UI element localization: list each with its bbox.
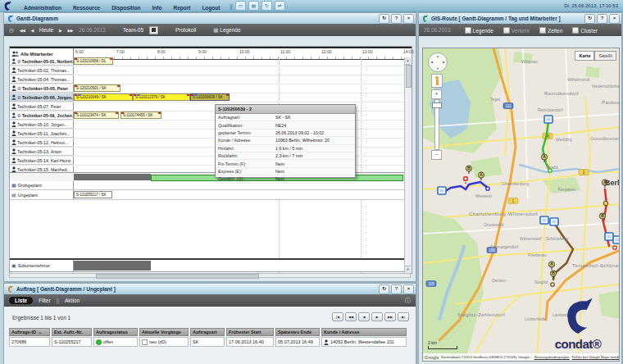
resource-name-cell[interactable]: Techniker-05-11, Joachim... [10,130,74,138]
cell-fruehester-start[interactable]: 17.06.2013 16:40 [226,337,274,347]
today-button[interactable]: Heute [39,27,53,33]
scroll-down-icon[interactable]: ▼ [405,266,411,273]
gantt-bar[interactable]: S-110174455 / SK [121,111,161,119]
close-icon[interactable]: × [403,14,414,24]
transfer-icon[interactable]: ⇄ [275,1,285,11]
help-icon[interactable]: ? [391,14,402,24]
pan-left-icon[interactable]: ◀ [430,60,433,64]
zoom-in-button[interactable]: + [431,89,442,99]
menu-ressource[interactable]: Ressource [73,5,100,11]
resource-name-cell[interactable]: ⚙Techniker-05-05, Peter [10,84,74,93]
gantt-row[interactable]: ⚙Techniker-05-01, Norbert...S-120210658 … [10,57,405,66]
refresh-icon[interactable]: ↻ [379,14,389,24]
cell-aktuelle-vorgaenge[interactable]: neu (zD) [139,337,189,347]
protokoll-button[interactable]: Protokoll [175,27,196,33]
resource-name-cell[interactable]: Techniker-05-14, Karl-Heinz... [10,157,74,165]
pan-up-icon[interactable]: ▲ [436,54,439,58]
column-header[interactable]: Auftragsart [190,328,225,336]
legende-toggle[interactable]: ▦ Legende [213,27,240,34]
info-icon[interactable]: ⓘ [405,297,411,305]
resource-name-cell[interactable]: Techniker-05-07, Peter [10,102,74,111]
unplanned-order-bar[interactable]: S-110255217 / SK [74,191,112,198]
menu-info[interactable]: Info [152,5,162,11]
fast-prev-button[interactable]: ◀◀ [20,28,25,33]
map-option-legende[interactable]: Legende [465,27,493,34]
team-dropdown[interactable] [149,26,158,34]
pegman-control[interactable] [431,74,443,88]
refresh-icon[interactable]: ↻ [379,284,389,294]
terms-link[interactable]: Nutzungsbedingungen [534,355,570,359]
gantt-bar[interactable]: S-120210501 / SK [74,84,121,92]
gantt-row[interactable]: Techniker-05-04, Thomas... [10,75,405,84]
menu-logout[interactable]: Logout [202,5,220,11]
resource-name-cell[interactable]: Techniker-05-10, Jürgen... [10,121,74,129]
gantt-bar[interactable]: S-120212379 / SK [133,93,190,101]
column-header[interactable]: Ext. Auftr.-Nr. [52,328,92,336]
cell-ext-auftr-nr[interactable]: S-110255217 [52,337,92,347]
pan-down-icon[interactable]: ▼ [436,66,439,71]
table-row[interactable]: 270686S-110255217offenneu (zD)SK17.06.20… [9,337,411,347]
first-page-button[interactable]: |◀ [332,312,343,321]
map-option-zeiten[interactable]: Zeiten [539,27,562,34]
resource-name-cell[interactable]: Techniker-05-13, Anton [10,148,74,156]
next-page-button[interactable]: ▶ [371,312,383,321]
column-header[interactable]: Auftragsstatus [93,328,138,336]
cell-kunde-adresse[interactable]: 14052 Berlin, Westendallee 101 [321,337,407,347]
last-page-button[interactable]: ▶| [398,312,409,321]
fast-prev-page-button[interactable]: ◀◀ [345,312,357,321]
team-select-label[interactable]: Team-05 [123,27,143,33]
column-header[interactable]: Kunde / Adresse [321,328,407,336]
close-icon[interactable]: × [609,14,620,24]
fast-next-button[interactable]: ▶▶ [67,28,73,33]
zoom-slider-handle[interactable] [432,102,442,108]
map-option-cluster[interactable]: Cluster [572,27,598,34]
vertical-scroll-thumb[interactable] [406,65,412,88]
pan-right-icon[interactable]: ▶ [443,60,445,64]
resource-name-cell[interactable]: ⚙Techniker-05-06, Jürgen... [10,93,74,102]
prev-button[interactable]: ◀ [30,28,33,33]
resource-name-cell[interactable]: ⚙Techniker-05-01, Norbert... [10,57,74,66]
pan-control[interactable]: ▲ ▼ ◀ ▶ [428,52,448,72]
map-type-karte[interactable]: Karte [575,51,594,61]
refresh-icon[interactable]: ↻ [584,14,595,24]
menu-disposition[interactable]: Disposition [111,5,140,11]
tab-aktion[interactable]: Aktion [65,298,80,303]
gantt-bar[interactable]: S-120210049 / SK [74,93,133,101]
horizontal-scroll-thumb[interactable] [96,274,259,279]
help-icon[interactable]: ? [597,14,607,24]
fast-next-page-button[interactable]: ▶▶ [384,312,396,321]
resource-name-cell[interactable]: Techniker-05-12, Helmut... [10,139,74,147]
close-icon[interactable]: × [403,284,414,294]
next-button[interactable]: ▶ [59,28,61,33]
column-header[interactable]: Spätestes Ende [275,328,320,336]
help-icon[interactable]: ? [391,284,402,294]
tab-filter[interactable]: Filter [39,298,50,303]
section-subunternehmer[interactable]: ▣ Subunternehmer [10,258,405,272]
map-canvas[interactable]: 1111001159621ABAABABWittenauWilhelmsruhN… [422,48,620,362]
refresh-window-icon[interactable]: ↻ [261,1,272,11]
gantt-row[interactable]: ⚙Techniker-05-05, PeterS-120210501 / SK [10,84,405,93]
resource-name-cell[interactable]: Techniker-05-02, Thomas... [10,66,74,75]
menu-administration[interactable]: Administration [24,5,61,11]
map-option-verkehr[interactable]: Verkehr [503,27,530,34]
gantt-row[interactable]: Techniker-05-02, Thomas... [10,66,405,75]
tab-liste[interactable]: Liste [9,297,33,304]
cell-auftragsart[interactable]: SK [190,337,225,347]
section-ungeplant[interactable]: ▤ Ungeplant S-110255217 / SK [10,190,405,200]
map-type-satellit[interactable]: Satellit [594,51,616,61]
gantt-bar[interactable]: S-120200639 / SK [190,93,230,101]
gantt-bar[interactable]: S-110123474 / SK [74,111,119,119]
column-header[interactable]: Auftrags-ID ▲ [9,328,50,336]
cell-spaetestes-ende[interactable]: 05.07.2013 16:49 [275,337,320,347]
gantt-bar[interactable]: S-120210658 / DL [74,57,113,65]
scroll-up-icon[interactable]: ▲ [405,57,411,65]
resource-name-cell[interactable]: ⚙Techniker-05-09, Jochen... [10,111,74,120]
column-header[interactable]: Frühester Start [226,328,274,336]
printer-icon[interactable]: ▤ [248,1,259,11]
cell-auftrags-id[interactable]: 270686 [9,337,50,347]
time-icon[interactable]: ◷ [9,27,14,34]
zoom-out-button[interactable]: − [431,150,442,160]
vorgang-checkbox[interactable] [142,339,148,345]
monitor-icon[interactable]: ▭ [235,1,246,11]
cell-auftragsstatus[interactable]: offen [93,337,138,347]
